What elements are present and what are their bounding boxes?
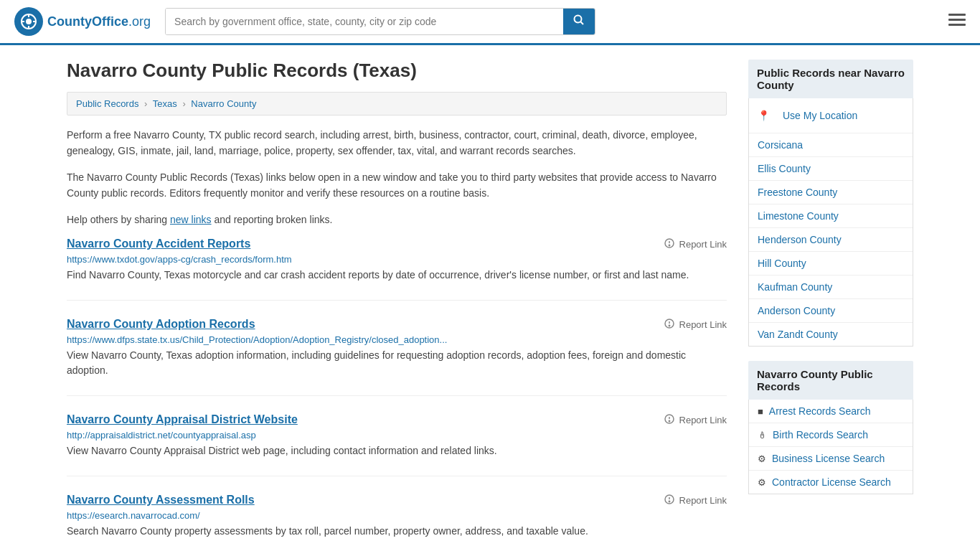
record-entry: Navarro County Assessment Rolls Report L… (67, 494, 727, 551)
logo-link[interactable]: CountyOffice.org (14, 7, 151, 36)
records-section-title: Navarro County Public Records (748, 361, 913, 400)
record-entry: Navarro County Accident Reports Report L… (67, 237, 727, 301)
nearby-list-item: Van Zandt County (749, 323, 913, 346)
svg-point-19 (669, 420, 669, 421)
report-link-button[interactable]: Report Link (664, 494, 727, 507)
records-item-icon: ⚙ (758, 477, 766, 488)
report-link-button[interactable]: Report Link (664, 413, 727, 427)
nearby-link[interactable]: Van Zandt County (749, 323, 913, 346)
records-list-item: 🕯 Birth Records Search (749, 423, 913, 447)
record-title-link[interactable]: Navarro County Assessment Rolls (67, 494, 255, 506)
search-button[interactable] (563, 9, 595, 34)
description-1: Perform a free Navarro County, TX public… (67, 127, 727, 159)
nearby-link[interactable]: Henderson County (749, 228, 913, 251)
record-url-link[interactable]: https://www.dfps.state.tx.us/Child_Prote… (67, 334, 447, 345)
record-desc: View Navarro County, Texas adoption info… (67, 348, 727, 378)
report-icon (664, 494, 675, 507)
record-title: Navarro County Accident Reports (67, 237, 250, 250)
nearby-list-item: Ellis County (749, 157, 913, 181)
content-area: Navarro County Public Records (Texas) Pu… (67, 60, 727, 551)
svg-point-22 (669, 501, 669, 501)
use-my-location-link[interactable]: Use My Location (774, 104, 866, 127)
nearby-list: 📍 Use My Location CorsicanaEllis CountyF… (748, 98, 913, 347)
record-url: http://appraisaldistrict.net/countyappra… (67, 430, 727, 441)
records-item-icon: 🕯 (758, 430, 767, 441)
nearby-list-item: Kaufman County (749, 276, 913, 299)
record-header: Navarro County Accident Reports Report L… (67, 237, 727, 251)
record-desc: Search Navarro County property assessmen… (67, 524, 727, 539)
records-item-link[interactable]: Contractor License Search (772, 476, 891, 488)
svg-line-7 (581, 22, 584, 25)
records-list-item: ⚙ Contractor License Search (749, 471, 913, 494)
record-url: https://esearch.navarrocad.com/ (67, 510, 727, 521)
record-url-link[interactable]: https://www.txdot.gov/apps-cg/crash_reco… (67, 254, 292, 265)
use-location-item[interactable]: 📍 Use My Location (749, 98, 913, 133)
nearby-list-item: Corsicana (749, 133, 913, 157)
record-title: Navarro County Adoption Records (67, 318, 255, 331)
record-title-link[interactable]: Navarro County Accident Reports (67, 237, 250, 250)
logo-text: CountyOffice.org (47, 14, 151, 29)
records-item-link[interactable]: Birth Records Search (773, 429, 868, 441)
svg-point-13 (669, 245, 669, 245)
nearby-link[interactable]: Hill County (749, 252, 913, 275)
menu-button[interactable] (948, 12, 966, 31)
svg-point-6 (575, 16, 582, 23)
record-header: Navarro County Adoption Records Report L… (67, 318, 727, 331)
search-bar (165, 8, 595, 35)
breadcrumb-public-records[interactable]: Public Records (76, 98, 138, 109)
record-desc: View Navarro County Appraisal District w… (67, 443, 727, 458)
nearby-section-title: Public Records near Navarro County (748, 60, 913, 98)
svg-rect-8 (948, 14, 966, 16)
nearby-link[interactable]: Kaufman County (749, 276, 913, 298)
records-list-item: ■ Arrest Records Search (749, 400, 913, 423)
svg-point-1 (26, 19, 32, 24)
record-title-link[interactable]: Navarro County Appraisal District Websit… (67, 413, 298, 425)
location-dot-icon: 📍 (758, 110, 770, 121)
page-title: Navarro County Public Records (Texas) (67, 60, 727, 82)
nearby-link[interactable]: Corsicana (749, 133, 913, 156)
breadcrumb-navarro[interactable]: Navarro County (191, 98, 256, 109)
description-3: Help others by sharing new links and rep… (67, 212, 727, 227)
record-desc: Find Navarro County, Texas motorcycle an… (67, 268, 727, 283)
record-url: https://www.txdot.gov/apps-cg/crash_reco… (67, 254, 727, 265)
search-input[interactable] (166, 9, 563, 34)
header: CountyOffice.org (0, 0, 980, 45)
report-link-button[interactable]: Report Link (664, 237, 727, 251)
nearby-list-item: Anderson County (749, 299, 913, 323)
nearby-list-item: Limestone County (749, 204, 913, 228)
record-title-link[interactable]: Navarro County Adoption Records (67, 318, 255, 330)
report-icon (664, 318, 675, 331)
record-url: https://www.dfps.state.tx.us/Child_Prote… (67, 334, 727, 345)
record-entry: Navarro County Appraisal District Websit… (67, 413, 727, 476)
record-url-link[interactable]: https://esearch.navarrocad.com/ (67, 510, 200, 521)
record-title: Navarro County Assessment Rolls (67, 494, 255, 507)
record-url-link[interactable]: http://appraisaldistrict.net/countyappra… (67, 430, 256, 441)
nearby-link[interactable]: Freestone County (749, 181, 913, 204)
nearby-link[interactable]: Ellis County (749, 157, 913, 180)
report-icon (664, 237, 675, 251)
breadcrumb-texas[interactable]: Texas (153, 98, 177, 109)
description-2: The Navarro County Public Records (Texas… (67, 169, 727, 202)
records-item-link[interactable]: Arrest Records Search (769, 405, 871, 417)
report-icon (664, 413, 675, 427)
records-list: ■ Arrest Records Search 🕯 Birth Records … (748, 400, 913, 494)
records-item-link[interactable]: Business License Search (772, 453, 885, 464)
svg-rect-10 (948, 24, 966, 26)
main-container: Navarro County Public Records (Texas) Pu… (52, 45, 928, 551)
svg-rect-9 (948, 19, 966, 21)
record-title: Navarro County Appraisal District Websit… (67, 413, 298, 426)
logo-icon (14, 7, 43, 36)
nearby-list-item: Freestone County (749, 181, 913, 204)
report-link-button[interactable]: Report Link (664, 318, 727, 331)
breadcrumb: Public Records › Texas › Navarro County (67, 92, 727, 116)
svg-point-16 (669, 325, 669, 326)
sidebar: Public Records near Navarro County 📍 Use… (748, 60, 913, 551)
records-section: Navarro County Public Records ■ Arrest R… (748, 361, 913, 494)
new-links-link[interactable]: new links (170, 214, 212, 225)
nearby-link[interactable]: Anderson County (749, 299, 913, 322)
records-list-item: ⚙ Business License Search (749, 447, 913, 471)
nearby-list-item: Henderson County (749, 228, 913, 252)
record-header: Navarro County Appraisal District Websit… (67, 413, 727, 427)
record-entry: Navarro County Adoption Records Report L… (67, 318, 727, 396)
nearby-link[interactable]: Limestone County (749, 204, 913, 227)
